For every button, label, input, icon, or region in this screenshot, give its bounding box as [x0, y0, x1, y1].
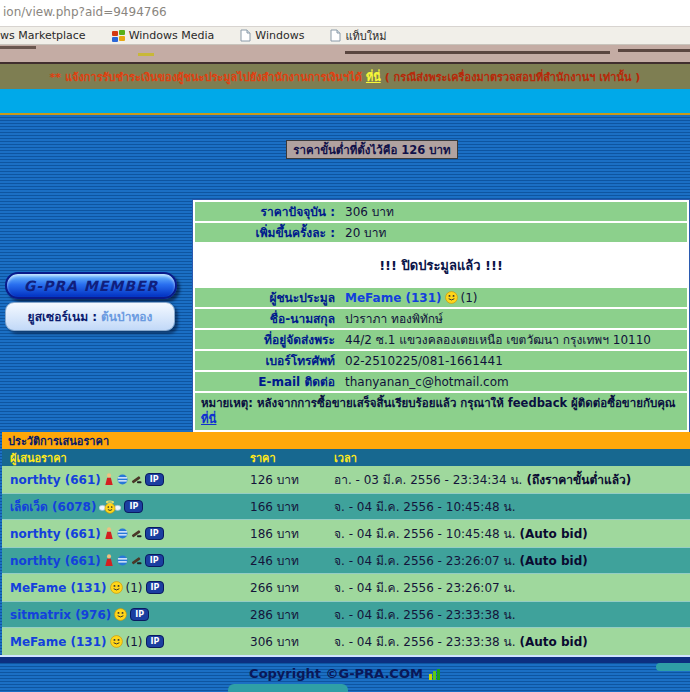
smiley-icon — [445, 291, 458, 304]
bid-price: 166 บาท — [250, 497, 334, 516]
page-icon — [330, 29, 341, 42]
address-url[interactable]: ion/view.php?aid=9494766 — [3, 5, 167, 19]
winner-value: MeFame (131) (1) — [345, 291, 687, 305]
bid-row: sitmatrix (976) IP 286 บาท จ. - 04 มี.ค.… — [2, 601, 690, 628]
bid-time-text: จ. - 04 มี.ค. 2556 - 23:33:38 น. — [334, 608, 516, 622]
bid-time: อา. - 03 มี.ค. 2556 - 23:34:34 น.(ถึงราค… — [334, 470, 690, 489]
ip-badge[interactable]: IP — [130, 608, 149, 622]
bidder-username-link[interactable]: sitmatrix (976) — [10, 608, 111, 622]
bidder-cell: เล็ดเว็ด (6078) IP — [2, 497, 250, 516]
minimum-price-box: ราคาขั้นต่ำที่ตั้งไว้คือ 126 บาท — [286, 140, 458, 159]
bid-table-header: ผู้เสนอราคา ราคา เวลา — [2, 449, 690, 466]
bid-note: (ถึงราคาขั้นต่ำแล้ว) — [526, 473, 631, 487]
ip-badge[interactable]: IP — [145, 554, 164, 568]
bid-row: MeFame (131) (1) IP 306 บาท จ. - 04 มี.ค… — [2, 628, 690, 655]
bookmark-marketplace[interactable]: ws Marketplace — [0, 29, 86, 42]
bookmark-new-tab[interactable]: แท็บใหม่ — [330, 27, 386, 45]
gpra-member-button[interactable]: G-PRA MEMBER — [5, 272, 177, 299]
winner-label: ผู้ชนะประมูล — [195, 288, 345, 307]
bid-time-text: จ. - 04 มี.ค. 2556 - 10:45:48 น. — [334, 500, 516, 514]
bidder-username-link[interactable]: MeFame (131) — [10, 635, 107, 649]
smiley-icon — [110, 581, 123, 594]
increment-label: เพิ่มขึ้นครั้งละ : — [195, 223, 345, 242]
bid-price: 246 บาท — [250, 551, 334, 570]
bookmark-windows-media[interactable]: Windows Media — [112, 29, 215, 42]
bidder-username-link[interactable]: northty (661) — [10, 473, 101, 487]
bid-note: (Auto bid) — [520, 527, 588, 541]
winner-feedback-count: (1) — [461, 291, 478, 305]
bid-price: 186 บาท — [250, 524, 334, 543]
ip-badge[interactable]: IP — [145, 473, 164, 487]
bid-price: 306 บาท — [250, 632, 334, 651]
col-price: ราคา — [250, 449, 334, 467]
auction-info-table: ราคาปัจจุบัน : 306 บาท เพิ่มขึ้นครั้งละ … — [192, 199, 690, 433]
address-bar-area: ion/view.php?aid=9494766 — [0, 0, 690, 27]
bookmark-label: ws Marketplace — [0, 29, 86, 42]
bid-price: 286 บาท — [250, 605, 334, 624]
cap-icon — [117, 474, 128, 485]
windows-logo-icon — [112, 30, 125, 42]
bid-time-text: จ. - 04 มี.ค. 2556 - 23:33:38 น. — [334, 635, 516, 649]
bookmark-label: Windows — [255, 29, 304, 42]
bid-price: 266 บาท — [250, 578, 334, 597]
bidder-username-link[interactable]: northty (661) — [10, 554, 101, 568]
smiley-icon — [110, 635, 123, 648]
cap-icon — [117, 555, 128, 566]
gavel-icon — [131, 474, 142, 485]
ip-badge[interactable]: IP — [145, 527, 164, 541]
address-value: 44/2 ซ.1 แขวงคลองเตยเหนือ เขตวัฒนา กรุงเ… — [345, 330, 687, 349]
name-row: ชื่อ-นามสกุล ปวราภา ทองพิทักษ์ — [195, 309, 687, 328]
tan-band-line — [345, 51, 610, 54]
bid-row: เล็ดเว็ด (6078) IP 166 บาท จ. - 04 มี.ค.… — [2, 493, 690, 520]
bid-note: (Auto bid) — [520, 554, 588, 568]
winner-username-link[interactable]: MeFame (131) — [345, 291, 442, 305]
bid-time-text: จ. - 04 มี.ค. 2556 - 23:26:07 น. — [334, 554, 516, 568]
bid-time-text: จ. - 04 มี.ค. 2556 - 23:26:07 น. — [334, 581, 516, 595]
bid-time: จ. - 04 มี.ค. 2556 - 10:45:48 น. — [334, 497, 690, 516]
person-red-icon — [104, 473, 114, 486]
feedback-count: (1) — [126, 581, 143, 595]
email-value: thanyanan_c@hotmail.com — [345, 375, 687, 389]
note-row: หมายเหตุ: หลังจากการซื้อขายเสร็จสิ้นเรีย… — [195, 393, 687, 430]
tan-band-line — [0, 46, 36, 49]
bid-history-section: ประวัติการเสนอราคา ผู้เสนอราคา ราคา เวลา… — [2, 432, 690, 655]
bidder-cell: northty (661) IP — [2, 554, 250, 568]
email-row: E-mail ติดต่อ thanyanan_c@hotmail.com — [195, 372, 687, 391]
tan-band-line — [618, 49, 690, 52]
notice-here-link[interactable]: ที่นี่ — [366, 68, 381, 86]
username-label: ยูสเซอร์เนม : — [28, 307, 97, 326]
person-red-icon — [104, 527, 114, 540]
bid-time-text: จ. - 04 มี.ค. 2556 - 10:45:48 น. — [334, 527, 516, 541]
ip-badge[interactable]: IP — [124, 500, 143, 514]
notice-condition-text: ( กรณีส่งพระเครื่องมาตรวจสอบที่สำนักงานฯ… — [385, 68, 641, 86]
ip-badge[interactable]: IP — [146, 635, 165, 649]
bid-row: northty (661) IP 246 บาท จ. - 04 มี.ค. 2… — [2, 547, 690, 574]
auction-closed-banner: !!! ปิดประมูลแล้ว !!! — [195, 244, 687, 286]
counter-chart-icon — [428, 668, 441, 680]
note-here-link[interactable]: ที่นี่ — [201, 412, 216, 426]
bookmark-windows[interactable]: Windows — [240, 29, 304, 42]
bidder-username-link[interactable]: เล็ดเว็ด (6078) — [10, 497, 96, 516]
bid-time-text: อา. - 03 มี.ค. 2556 - 23:34:34 น. — [334, 473, 522, 487]
address-label: ที่อยู่จัดส่งพระ — [195, 330, 345, 349]
bidder-username-link[interactable]: MeFame (131) — [10, 581, 107, 595]
bidder-username-link[interactable]: northty (661) — [10, 527, 101, 541]
bid-row: northty (661) IP 126 บาท อา. - 03 มี.ค. … — [2, 466, 690, 493]
tan-band — [0, 45, 690, 62]
cap-icon — [117, 528, 128, 539]
bookmark-label: แท็บใหม่ — [345, 27, 386, 45]
username-box: ยูสเซอร์เนม : ต้นป่าทอง — [5, 302, 175, 331]
username-value: ต้นป่าทอง — [101, 307, 152, 326]
ip-badge[interactable]: IP — [146, 581, 165, 595]
winner-row: ผู้ชนะประมูล MeFame (131) (1) — [195, 288, 687, 307]
cyan-strip — [0, 89, 690, 113]
phone-value: 02-2510225/081-1661441 — [345, 354, 687, 368]
bid-row: northty (661) IP 186 บาท จ. - 04 มี.ค. 2… — [2, 520, 690, 547]
increment-value: 20 บาท — [345, 223, 687, 242]
footer-teal-tab — [228, 684, 348, 692]
bid-time: จ. - 04 มี.ค. 2556 - 10:45:48 น.(Auto bi… — [334, 524, 690, 543]
address-row: ที่อยู่จัดส่งพระ 44/2 ซ.1 แขวงคลองเตยเหน… — [195, 330, 687, 349]
bid-note: (Auto bid) — [520, 635, 588, 649]
copyright-text: Copyright ©G-PRA.COM — [249, 666, 423, 681]
footer-navy-bar — [0, 657, 690, 663]
